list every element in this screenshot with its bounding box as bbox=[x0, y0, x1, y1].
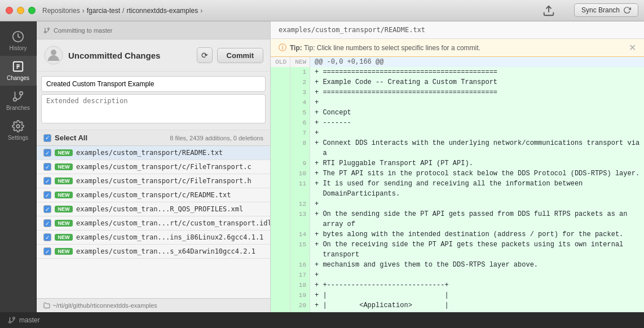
maximize-button[interactable] bbox=[28, 7, 36, 14]
gutter-new[interactable]: 21 bbox=[290, 311, 310, 312]
close-button[interactable] bbox=[6, 7, 13, 14]
sidebar-item-changes-label: Changes bbox=[7, 75, 29, 81]
file-checkbox-5[interactable] bbox=[43, 219, 51, 227]
gutter-old[interactable] bbox=[271, 158, 290, 169]
diff-line: transport bbox=[271, 250, 644, 260]
gutter-old[interactable] bbox=[271, 300, 290, 311]
gutter-old[interactable] bbox=[271, 148, 290, 158]
file-checkbox-7[interactable] bbox=[43, 247, 51, 255]
diff-line: 12 + bbox=[271, 199, 644, 209]
diff-text: + bbox=[310, 199, 644, 209]
gutter-old[interactable] bbox=[271, 138, 290, 148]
gutter-old[interactable] bbox=[271, 179, 290, 189]
gutter-new[interactable]: 4 bbox=[290, 97, 310, 108]
table-row[interactable]: NEW examples/custom_tran...ins_i86Linux2… bbox=[37, 231, 270, 245]
diff-content[interactable]: OLD NEW @@ -0,0 +0,166 @@ 1 + ==========… bbox=[271, 57, 644, 312]
gutter-new[interactable]: 20 bbox=[290, 300, 310, 311]
gutter-new[interactable]: 3 bbox=[290, 87, 310, 97]
diff-meta-line: OLD NEW @@ -0,0 +0,166 @@ bbox=[271, 57, 644, 67]
file-checkbox-0[interactable] bbox=[43, 149, 51, 157]
gutter-old[interactable] bbox=[271, 270, 290, 280]
sync-branch-button[interactable]: Sync Branch bbox=[574, 3, 638, 17]
select-all-label[interactable]: Select All bbox=[55, 134, 170, 142]
gutter-old[interactable] bbox=[271, 229, 290, 240]
gutter-new[interactable]: 16 bbox=[290, 260, 310, 270]
gutter-new[interactable]: 8 bbox=[290, 138, 310, 148]
uncommitted-changes-icon bbox=[43, 45, 64, 65]
gutter-old[interactable] bbox=[271, 250, 290, 260]
gutter-old[interactable] bbox=[271, 260, 290, 270]
table-row[interactable]: NEW examples/custom_transport/c/README.t… bbox=[37, 188, 270, 202]
gutter-new[interactable]: 9 bbox=[290, 158, 310, 169]
upload-button[interactable] bbox=[541, 3, 557, 18]
sidebar-item-settings[interactable]: Settings bbox=[0, 116, 37, 145]
svg-point-16 bbox=[13, 317, 15, 320]
gutter-new[interactable]: 7 bbox=[290, 128, 310, 138]
breadcrumb-repo[interactable]: Repositories bbox=[42, 7, 80, 15]
table-row[interactable]: NEW examples/custom_transport/c/FileTran… bbox=[37, 160, 270, 174]
gutter-old[interactable] bbox=[271, 67, 290, 77]
diff-line: 13 + On the sending side the PT API gets… bbox=[271, 209, 644, 219]
table-row[interactable]: NEW examples/custom_transport/c/FileTran… bbox=[37, 174, 270, 188]
extended-description-input[interactable] bbox=[41, 94, 266, 123]
gutter-old[interactable] bbox=[271, 118, 290, 128]
sidebar-item-changes[interactable]: Changes bbox=[0, 56, 37, 86]
statusbar: master bbox=[0, 312, 644, 328]
gutter-old[interactable] bbox=[271, 209, 290, 219]
gutter-old[interactable] bbox=[271, 219, 290, 229]
file-checkbox-2[interactable] bbox=[43, 177, 51, 185]
gutter-new[interactable]: 2 bbox=[290, 77, 310, 87]
table-row[interactable]: NEW examples/custom_transport/README.txt bbox=[37, 146, 270, 160]
refresh-button[interactable]: ⟳ bbox=[197, 47, 213, 63]
gutter-old[interactable] bbox=[271, 108, 290, 118]
gutter-old[interactable] bbox=[271, 240, 290, 250]
gutter-new[interactable]: 6 bbox=[290, 118, 310, 128]
file-checkbox-3[interactable] bbox=[43, 191, 51, 199]
gutter-new[interactable]: 13 bbox=[290, 209, 310, 219]
sidebar-item-branches[interactable]: Branches bbox=[0, 86, 37, 116]
gutter-new[interactable]: 14 bbox=[290, 229, 310, 240]
gutter-old[interactable] bbox=[271, 77, 290, 87]
breadcrumb: Repositories › fgarcia-test / rticonnext… bbox=[42, 7, 202, 15]
file-checkbox-4[interactable] bbox=[43, 205, 51, 213]
gutter-old[interactable] bbox=[271, 97, 290, 108]
gutter-new[interactable]: 18 bbox=[290, 280, 310, 290]
gutter-new[interactable] bbox=[290, 250, 310, 260]
gutter-new[interactable]: 17 bbox=[290, 270, 310, 280]
file-checkbox-6[interactable] bbox=[43, 233, 51, 241]
gutter-new[interactable]: 11 bbox=[290, 179, 310, 189]
gutter-new[interactable]: 19 bbox=[290, 290, 310, 300]
close-tip-button[interactable]: ✕ bbox=[629, 42, 636, 53]
commit-button[interactable]: Commit bbox=[217, 48, 263, 63]
table-row[interactable]: NEW examples/custom_tran...R_QOS_PROFILE… bbox=[37, 202, 270, 216]
gutter-new[interactable]: 5 bbox=[290, 108, 310, 118]
gutter-new[interactable]: 10 bbox=[290, 169, 310, 179]
gutter-new[interactable]: 12 bbox=[290, 199, 310, 209]
gutter-old[interactable] bbox=[271, 169, 290, 179]
gutter-new[interactable] bbox=[290, 189, 310, 199]
gutter-old[interactable] bbox=[271, 290, 290, 300]
breadcrumb-project[interactable]: rticonnextdds-examples bbox=[126, 7, 198, 15]
file-name-1: examples/custom_transport/c/FileTranspor… bbox=[76, 163, 252, 171]
gutter-old[interactable] bbox=[271, 199, 290, 209]
sidebar-item-history[interactable]: History bbox=[0, 26, 37, 56]
gutter-new[interactable] bbox=[290, 219, 310, 229]
gutter-old[interactable] bbox=[271, 311, 290, 312]
gutter-old[interactable] bbox=[271, 128, 290, 138]
gutter-old[interactable] bbox=[271, 280, 290, 290]
gutter-old[interactable] bbox=[271, 189, 290, 199]
select-all-checkbox[interactable] bbox=[43, 134, 51, 142]
gutter-new[interactable] bbox=[290, 148, 310, 158]
breadcrumb-arrow: › bbox=[200, 7, 202, 15]
gutter-old[interactable] bbox=[271, 87, 290, 97]
gutter-new[interactable]: 1 bbox=[290, 67, 310, 77]
breadcrumb-user[interactable]: fgarcia-test bbox=[87, 7, 120, 15]
table-row[interactable]: NEW examples/custom_tran...s_x64Darwin10… bbox=[37, 245, 270, 259]
diff-filepath: examples/custom_transport/README.txt bbox=[271, 21, 644, 39]
minimize-button[interactable] bbox=[17, 7, 24, 14]
file-checkbox-1[interactable] bbox=[43, 163, 51, 171]
commit-message-input[interactable] bbox=[41, 76, 266, 92]
gutter-new[interactable]: 15 bbox=[290, 240, 310, 250]
table-row[interactable]: NEW examples/custom_tran...rt/c/custom_t… bbox=[37, 216, 270, 231]
icon-sidebar: History Changes Branches bbox=[0, 21, 37, 312]
